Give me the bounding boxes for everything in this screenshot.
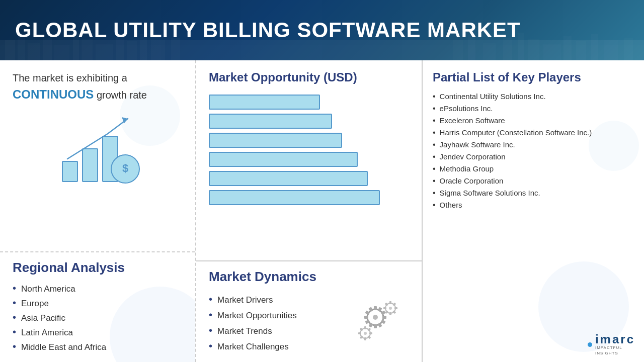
player-item: Sigma Software Solutions Inc.: [433, 187, 634, 199]
growth-chart-icon: $: [13, 109, 183, 189]
svg-rect-21: [564, 36, 572, 60]
dynamics-list: •Market Drivers•Market Opportunities•Mar…: [209, 292, 349, 354]
svg-rect-64: [358, 332, 361, 334]
svg-point-33: [373, 315, 378, 320]
region-item: Middle East and Africa: [13, 340, 183, 354]
svg-rect-52: [389, 312, 391, 315]
svg-rect-53: [385, 310, 388, 314]
page-title: GLOBAL UTILITY BILLING SOFTWARE MARKET: [15, 18, 521, 42]
svg-rect-1: [5, 40, 15, 60]
imarc-dot: [588, 342, 592, 347]
chart-bar: [209, 133, 342, 148]
svg-rect-20: [543, 44, 561, 60]
chart-bar: [209, 152, 358, 167]
chart-bar: [209, 190, 380, 205]
svg-rect-7: [82, 39, 93, 60]
svg-rect-24: [604, 40, 618, 60]
svg-rect-61: [367, 335, 371, 339]
player-item: ePsolutions Inc.: [433, 103, 634, 115]
growth-text: The market is exhibiting a CONTINUOUS gr…: [13, 70, 183, 104]
svg-rect-34: [374, 306, 377, 310]
svg-rect-55: [385, 303, 388, 306]
region-item: Europe: [13, 296, 183, 311]
svg-rect-43: [364, 316, 368, 319]
svg-rect-65: [360, 328, 363, 331]
growth-highlight: CONTINUOUS: [13, 87, 94, 101]
market-dynamics-content: •Market Drivers•Market Opportunities•Mar…: [209, 292, 409, 354]
svg-rect-12: [151, 40, 165, 60]
imarc-logo: imarc IMPACTFUL INSIGHTS: [588, 333, 635, 356]
key-players-title: Partial List of Key Players: [433, 70, 634, 84]
svg-rect-60: [369, 332, 372, 334]
imarc-subtitle: IMPACTFUL INSIGHTS: [595, 345, 635, 356]
chart-bar-row: [209, 95, 409, 110]
svg-rect-58: [364, 326, 366, 329]
dynamics-item: •Market Challenges: [209, 339, 349, 354]
chart-bar: [209, 114, 332, 129]
growth-text-before: The market is exhibiting a: [13, 72, 127, 83]
svg-rect-50: [394, 307, 397, 309]
dynamics-item: •Market Drivers: [209, 292, 349, 308]
player-item: Continental Utility Solutions Inc.: [433, 90, 634, 103]
chart-bar-row: [209, 114, 409, 129]
svg-rect-10: [127, 41, 137, 60]
svg-rect-63: [360, 335, 363, 339]
bar-chart: [209, 92, 409, 212]
region-item: Asia Pacific: [13, 311, 183, 325]
region-item: Latin America: [13, 325, 183, 340]
chart-bar-row: [209, 133, 409, 148]
chart-bar: [209, 171, 368, 186]
dynamics-item: •Market Opportunities: [209, 308, 349, 323]
svg-rect-25: [624, 38, 633, 60]
gear-icon: [354, 292, 409, 354]
svg-rect-48: [389, 301, 391, 304]
imarc-name: imarc: [595, 333, 635, 345]
growth-text-after: growth rate: [97, 89, 147, 101]
svg-rect-27: [83, 149, 98, 182]
chart-bar: [209, 95, 320, 110]
svg-rect-37: [382, 316, 386, 319]
svg-rect-23: [591, 34, 598, 60]
svg-rect-8: [96, 44, 113, 60]
chart-bar-row: [209, 190, 409, 205]
svg-rect-5: [54, 45, 69, 60]
svg-rect-49: [392, 303, 396, 306]
region-item: North America: [13, 282, 183, 296]
regional-analysis-title: Regional Analysis: [13, 260, 183, 276]
svg-rect-59: [367, 328, 371, 331]
chart-bar-row: [209, 171, 409, 186]
svg-rect-51: [392, 310, 396, 314]
chart-bar-row: [209, 152, 409, 167]
player-item: Oracle Corporation: [433, 175, 634, 187]
header: GLOBAL UTILITY BILLING SOFTWARE MARKET: [0, 0, 644, 60]
svg-rect-54: [383, 307, 386, 309]
dynamics-item: •Market Trends: [209, 323, 349, 339]
svg-rect-14: [453, 40, 463, 60]
svg-rect-22: [576, 41, 586, 60]
regional-analysis-list: North AmericaEuropeAsia PacificLatin Ame…: [13, 282, 183, 354]
svg-text:$: $: [122, 162, 128, 174]
svg-rect-62: [364, 337, 366, 340]
svg-rect-19: [528, 39, 539, 60]
svg-rect-40: [374, 324, 377, 328]
svg-rect-26: [62, 161, 77, 182]
player-item: Others: [433, 199, 634, 211]
svg-point-47: [389, 307, 392, 310]
market-opportunity-title: Market Opportunity (USD): [209, 70, 409, 84]
svg-point-57: [364, 332, 367, 335]
market-dynamics-title: Market Dynamics: [209, 269, 409, 285]
svg-rect-3: [28, 43, 40, 60]
chart-illustration: $: [52, 111, 143, 187]
svg-rect-16: [483, 43, 496, 60]
gears-illustration: [356, 298, 407, 348]
